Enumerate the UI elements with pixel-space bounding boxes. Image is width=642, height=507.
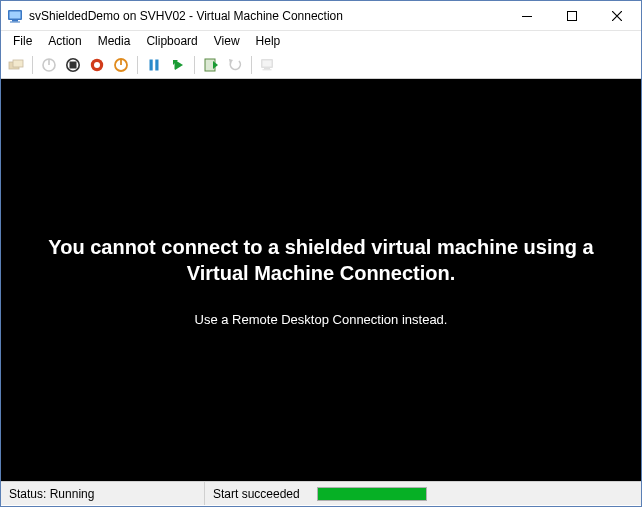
save-button[interactable] (110, 54, 132, 76)
toolbar (1, 51, 641, 79)
app-icon (7, 8, 23, 24)
menu-file[interactable]: File (5, 32, 40, 50)
svg-rect-17 (155, 59, 158, 70)
svg-rect-7 (13, 60, 23, 67)
status-progress-bar (318, 488, 426, 500)
ctrl-alt-del-button (5, 54, 27, 76)
statusbar: Status: Running Start succeeded (1, 481, 641, 505)
menu-action[interactable]: Action (40, 32, 89, 50)
titlebar: svShieldedDemo on SVHV02 - Virtual Machi… (1, 1, 641, 31)
toolbar-separator (137, 56, 138, 74)
start-button (38, 54, 60, 76)
shielded-vm-subtext: Use a Remote Desktop Connection instead. (195, 312, 448, 327)
svg-rect-4 (522, 16, 532, 17)
menu-view[interactable]: View (206, 32, 248, 50)
reset-button[interactable] (167, 54, 189, 76)
shut-down-button[interactable] (86, 54, 108, 76)
svg-point-8 (43, 59, 55, 71)
window-controls (504, 1, 639, 30)
menubar: File Action Media Clipboard View Help (1, 31, 641, 51)
status-state: Status: Running (1, 482, 205, 505)
turn-off-button[interactable] (62, 54, 84, 76)
svg-rect-2 (12, 20, 18, 22)
status-value: Running (50, 487, 95, 501)
window-title: svShieldedDemo on SVHV02 - Virtual Machi… (29, 9, 504, 23)
enhanced-session-button (257, 54, 279, 76)
status-last-action: Start succeeded (205, 482, 315, 505)
svg-rect-20 (263, 60, 272, 66)
menu-help[interactable]: Help (248, 32, 289, 50)
menu-clipboard[interactable]: Clipboard (138, 32, 205, 50)
status-progress (317, 487, 427, 501)
checkpoint-button[interactable] (200, 54, 222, 76)
pause-button[interactable] (143, 54, 165, 76)
svg-rect-19 (261, 59, 273, 68)
svg-rect-21 (264, 68, 270, 69)
revert-button (224, 54, 246, 76)
toolbar-separator (194, 56, 195, 74)
maximize-button[interactable] (549, 1, 594, 30)
close-button[interactable] (594, 1, 639, 30)
menu-media[interactable]: Media (90, 32, 139, 50)
minimize-button[interactable] (504, 1, 549, 30)
svg-rect-3 (10, 21, 20, 22)
status-label: Status: (9, 487, 46, 501)
toolbar-separator (32, 56, 33, 74)
svg-rect-1 (10, 11, 21, 18)
svg-point-13 (94, 62, 100, 68)
vm-display-area: You cannot connect to a shielded virtual… (1, 79, 641, 481)
shielded-vm-heading: You cannot connect to a shielded virtual… (19, 234, 623, 286)
toolbar-separator (251, 56, 252, 74)
svg-rect-11 (70, 61, 77, 68)
svg-rect-9 (48, 59, 50, 65)
svg-rect-16 (150, 59, 153, 70)
svg-rect-15 (120, 59, 122, 65)
svg-rect-22 (263, 69, 272, 70)
svg-rect-5 (567, 11, 576, 20)
svg-rect-6 (9, 62, 19, 69)
